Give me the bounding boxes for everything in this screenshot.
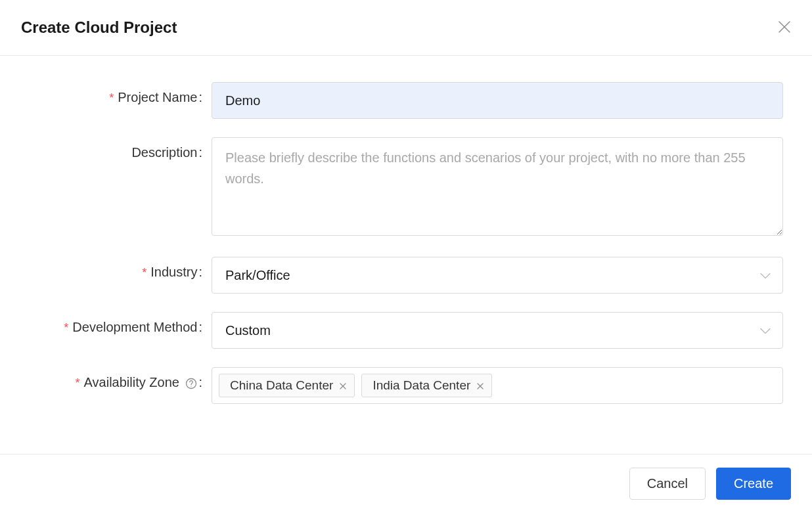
chevron-down-icon [760,268,771,283]
availability-zone-label: *Availability Zone : [21,367,212,390]
close-icon [477,380,484,391]
create-button[interactable]: Create [716,468,791,500]
close-icon [778,18,791,37]
industry-row: *Industry: Park/Office [21,257,783,294]
industry-label: *Industry: [21,257,212,280]
chevron-down-icon [760,323,771,338]
description-row: Description: [21,137,783,238]
create-project-modal: Create Cloud Project *Project Name: Desc… [0,0,812,507]
required-marker: * [76,376,80,389]
project-name-row: *Project Name: [21,82,783,119]
modal-footer: Cancel Create [0,454,812,507]
zone-tag-label: China Data Center [230,378,333,393]
zone-tag: India Data Center [361,374,492,397]
svg-point-3 [191,386,192,386]
modal-header: Create Cloud Project [0,0,812,56]
project-name-input[interactable] [212,82,783,119]
project-name-label: *Project Name: [21,82,212,105]
description-label: Description: [21,137,212,160]
zone-tag-remove[interactable] [477,380,484,391]
development-method-value: Custom [225,323,271,338]
development-method-label: *Development Method: [21,312,212,335]
cancel-button[interactable]: Cancel [629,468,706,500]
required-marker: * [142,266,147,279]
development-method-row: *Development Method: Custom [21,312,783,349]
modal-title: Create Cloud Project [21,18,177,37]
industry-value: Park/Office [225,268,290,283]
availability-zone-tags[interactable]: China Data Center India Data Center [212,367,783,404]
description-textarea[interactable] [212,137,783,236]
availability-zone-row: *Availability Zone : China Data Center [21,367,783,404]
development-method-select[interactable]: Custom [212,312,783,349]
help-icon[interactable] [185,378,197,389]
required-marker: * [109,91,114,104]
zone-tag: China Data Center [219,374,355,397]
zone-tag-label: India Data Center [372,378,470,393]
close-button[interactable] [778,19,791,36]
required-marker: * [64,321,68,334]
zone-tag-remove[interactable] [340,380,346,391]
close-icon [340,380,346,391]
industry-select[interactable]: Park/Office [212,257,783,294]
modal-body: *Project Name: Description: *Industry: P… [0,56,812,454]
